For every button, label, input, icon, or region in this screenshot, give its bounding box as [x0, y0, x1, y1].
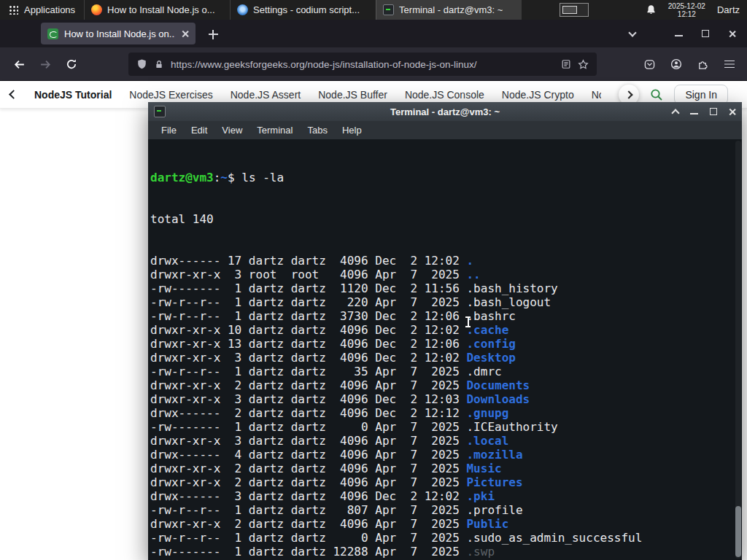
prompt-line: dartz@vm3:~$ ls -la [150, 171, 742, 184]
terminal-body[interactable]: dartz@vm3:~$ ls -la total 140 drwx------… [148, 139, 742, 560]
file-meta: drwxr-xr-x 10 dartz dartz 4096 Dec 2 12:… [150, 323, 466, 337]
terminal-line: drwxr-xr-x 3 dartz dartz 4096 Apr 7 2025… [150, 434, 742, 448]
clock-time: 12:12 [668, 10, 705, 18]
site-nav-link[interactable]: Node.JS Console [405, 89, 484, 101]
pocket-button[interactable] [638, 52, 661, 76]
puzzle-icon [697, 59, 708, 70]
back-button[interactable] [7, 52, 31, 76]
terminal-minimize-button[interactable] [689, 106, 700, 117]
terminal-titlebar[interactable]: Terminal - dartz@vm3: ~ [148, 102, 742, 121]
menu-button[interactable] [718, 52, 741, 76]
nav-scroll-left-button[interactable] [10, 91, 17, 98]
file-meta: -rw------- 1 dartz dartz 12288 Apr 7 202… [150, 545, 466, 559]
clock[interactable]: 2025-12-02 12:12 [668, 2, 705, 18]
terminal-line: -rw------- 1 dartz dartz 12288 Apr 7 202… [150, 545, 742, 559]
taskbar-item-terminal[interactable]: Terminal - dartz@vm3: ~ [376, 0, 522, 20]
new-tab-button[interactable] [204, 26, 222, 43]
chevron-right-icon [625, 90, 633, 98]
file-meta: drwxr-xr-x 3 dartz dartz 4096 Apr 7 2025 [150, 434, 466, 448]
bookmark-star-button[interactable] [578, 59, 589, 70]
window-minimize-button[interactable] [673, 28, 684, 39]
site-nav-link[interactable]: NodeJS Exercises [129, 89, 212, 101]
star-icon [578, 59, 589, 70]
file-name: .bash_logout [466, 295, 551, 309]
terminal-scrollbar-thumb[interactable] [735, 506, 741, 557]
file-meta: drwx------ 4 dartz dartz 4096 Apr 7 2025 [150, 448, 466, 462]
file-name: .bash_history [466, 281, 557, 295]
reader-mode-button[interactable] [561, 59, 571, 69]
site-nav-link[interactable]: Node.JS Buffer [318, 89, 387, 101]
applications-menu[interactable]: Applications [0, 0, 84, 20]
workspace-window-thumb [562, 6, 577, 14]
notification-bell-icon[interactable] [646, 4, 657, 15]
menu-item-edit[interactable]: Edit [184, 125, 214, 136]
menu-item-help[interactable]: Help [335, 125, 369, 136]
url-text[interactable]: https://www.geeksforgeeks.org/node-js/in… [171, 59, 554, 70]
chevron-left-icon [9, 90, 18, 99]
file-meta: drwxr-xr-x 2 dartz dartz 4096 Apr 7 2025 [150, 517, 466, 531]
file-meta: drwxr-xr-x 3 dartz dartz 4096 Dec 2 12:0… [150, 351, 466, 365]
account-icon [670, 58, 682, 70]
shade-button[interactable] [670, 106, 681, 117]
terminal-line: -rw-r--r-- 1 dartz dartz 807 Apr 7 2025 … [150, 503, 742, 517]
terminal-scrollbar-track[interactable] [735, 141, 741, 559]
tracking-shield-icon[interactable] [136, 58, 147, 70]
file-meta: drwxr-xr-x 3 root root 4096 Apr 7 2025 [150, 268, 466, 281]
back-arrow-icon [13, 58, 26, 71]
nav-toolbar: https://www.geeksforgeeks.org/node-js/in… [0, 47, 747, 81]
terminal-maximize-button[interactable] [708, 106, 719, 117]
window-close-button[interactable] [727, 28, 738, 39]
file-meta: drwx------ 17 dartz dartz 4096 Dec 2 12:… [150, 254, 466, 268]
maximize-icon [702, 30, 709, 37]
reload-button[interactable] [60, 52, 83, 76]
menu-item-view[interactable]: View [214, 125, 249, 136]
file-name: Pictures [466, 475, 522, 489]
site-nav-link[interactable]: Node.JS Assert [231, 89, 301, 101]
terminal-line: drwxr-xr-x 3 root root 4096 Apr 7 2025 .… [150, 268, 742, 281]
terminal-line: drwx------ 17 dartz dartz 4096 Dec 2 12:… [150, 254, 742, 268]
close-icon [729, 30, 737, 38]
site-nav-link[interactable]: Node.JS Crypto [502, 89, 574, 101]
file-meta: -rw-r--r-- 1 dartz dartz 807 Apr 7 2025 [150, 503, 466, 517]
lock-icon[interactable] [154, 59, 164, 70]
workspace-switcher[interactable] [560, 3, 589, 17]
reload-icon [66, 58, 77, 70]
terminal-line: drwx------ 3 dartz dartz 4096 Dec 2 12:0… [150, 489, 742, 503]
terminal-line: drwxr-xr-x 3 dartz dartz 4096 Dec 2 12:0… [150, 351, 742, 365]
file-name: Desktop [466, 351, 515, 365]
site-favicon [47, 28, 58, 39]
terminal-line: -rw-r--r-- 1 dartz dartz 0 Apr 7 2025 .s… [150, 531, 742, 545]
terminal-menubar: File Edit View Terminal Tabs Help [148, 121, 742, 139]
maximize-icon [710, 108, 717, 115]
forward-button[interactable] [34, 52, 57, 76]
account-button[interactable] [665, 52, 688, 76]
file-meta: -rw------- 1 dartz dartz 0 Apr 7 2025 [150, 420, 466, 434]
taskbar-item-firefox[interactable]: How to Install Node.js o... [84, 0, 230, 20]
extensions-button[interactable] [691, 52, 714, 76]
file-meta: -rw-r--r-- 1 dartz dartz 3730 Dec 2 12:0… [150, 309, 466, 323]
menu-item-tabs[interactable]: Tabs [300, 125, 334, 136]
site-nav-link[interactable]: Node.JS DNS [592, 89, 602, 101]
panel-status-area: 2025-12-02 12:12 Dartz [646, 2, 747, 18]
url-bar[interactable]: https://www.geeksforgeeks.org/node-js/in… [128, 52, 597, 76]
file-name: .pki [466, 489, 495, 503]
taskbar-item-settings[interactable]: Settings - codium script... [230, 0, 376, 20]
terminal-close-button[interactable] [727, 106, 738, 117]
menu-item-file[interactable]: File [154, 125, 184, 136]
settings-icon [237, 4, 248, 15]
tab-close-button[interactable] [181, 30, 189, 38]
search-button[interactable] [650, 88, 663, 101]
menu-item-terminal[interactable]: Terminal [249, 125, 300, 136]
browser-tab[interactable]: How to Install Node.js on... [41, 23, 196, 44]
list-all-tabs-button[interactable] [624, 26, 640, 42]
terminal-line: drwxr-xr-x 2 dartz dartz 4096 Apr 7 2025… [150, 475, 742, 489]
file-name: Public [466, 517, 508, 531]
prompt-user-host: dartz@vm3 [150, 171, 214, 184]
file-name: .bashrc [466, 309, 515, 323]
file-meta: drwxr-xr-x 3 dartz dartz 4096 Dec 2 12:0… [150, 392, 466, 406]
site-nav-link-primary[interactable]: NodeJS Tutorial [34, 89, 112, 101]
window-maximize-button[interactable] [700, 28, 711, 39]
file-name: .gnupg [466, 406, 508, 420]
prompt-path: ~ [220, 171, 228, 184]
clock-date: 2025-12-02 [668, 2, 705, 10]
